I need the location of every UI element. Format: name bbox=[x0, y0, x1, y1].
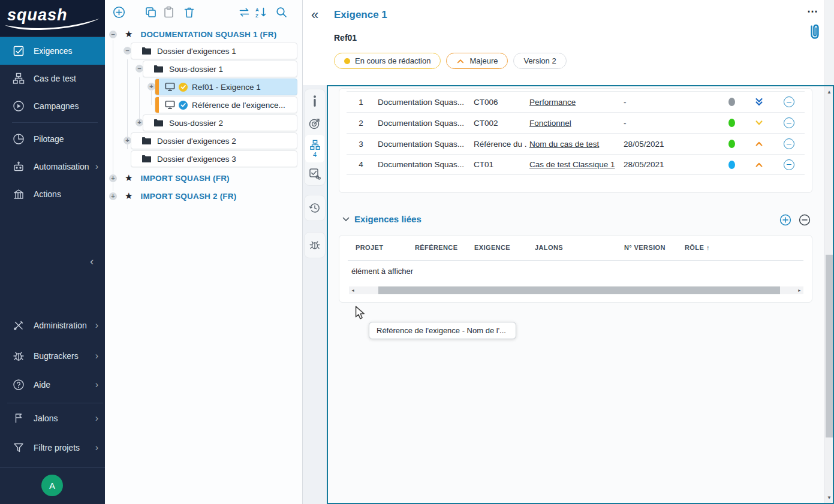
test-case-link[interactable]: Cas de test Classique 1 bbox=[527, 160, 621, 169]
sidebar-item-administration[interactable]: Administration › bbox=[0, 312, 105, 339]
table-row[interactable]: 1 Documentation Squas... CT006 Performan… bbox=[347, 91, 805, 112]
tab-linked-requirements[interactable] bbox=[304, 162, 326, 185]
tree-node-requirement-selected[interactable]: Ref01 - Exigence 1 bbox=[155, 79, 297, 95]
paste-icon[interactable] bbox=[162, 6, 175, 19]
expand-toggle[interactable]: + bbox=[109, 174, 117, 182]
criticality-badge[interactable]: Majeure bbox=[446, 53, 508, 69]
tree-node-folder[interactable]: Dossier d'exigences 3 bbox=[131, 150, 297, 167]
expand-toggle[interactable]: + bbox=[109, 192, 117, 200]
sidebar-item-campagnes[interactable]: Campagnes bbox=[0, 92, 105, 120]
sidebar-item-label: Automatisation bbox=[34, 162, 89, 171]
sidebar-item-exigences[interactable]: Exigences bbox=[0, 37, 105, 65]
tree-node-label: Sous-dossier 1 bbox=[169, 65, 223, 74]
more-menu-icon[interactable]: ⋯ bbox=[807, 5, 818, 18]
attachment-paperclip-icon[interactable] bbox=[808, 23, 822, 42]
tree-node-folder[interactable]: Sous-dossier 2 bbox=[143, 114, 297, 131]
sidebar-item-filtre-projets[interactable]: Filtre projets › bbox=[0, 434, 105, 461]
checkbox-icon bbox=[13, 45, 25, 57]
chevron-up-icon bbox=[456, 58, 465, 64]
status-badge-icon bbox=[179, 83, 188, 92]
tree-node-project[interactable]: + ★ IMPORT SQUASH 2 (FR) bbox=[109, 189, 236, 203]
vertical-scrollbar[interactable]: ▲ ▼ bbox=[824, 86, 833, 503]
tree-node-project[interactable]: + ★ IMPORT SQUASH (FR) bbox=[109, 171, 230, 185]
row-index: 1 bbox=[347, 98, 375, 107]
sidebar-separator bbox=[0, 467, 105, 468]
unlink-button[interactable] bbox=[784, 138, 794, 149]
search-icon[interactable] bbox=[275, 6, 288, 19]
column-header[interactable]: JALONS bbox=[535, 244, 563, 251]
verifying-test-cases-card: 1 Documentation Squas... CT006 Performan… bbox=[339, 88, 812, 193]
folder-icon bbox=[153, 119, 163, 127]
table-row[interactable]: 4 Documentation Squas... CT01 Cas de tes… bbox=[347, 154, 805, 175]
tab-history[interactable] bbox=[304, 197, 326, 219]
sidebar-item-jalons[interactable]: Jalons › bbox=[0, 405, 105, 432]
tab-bugtracker[interactable] bbox=[304, 234, 326, 256]
history-clock-icon bbox=[309, 202, 321, 214]
chevron-right-icon: › bbox=[95, 413, 98, 424]
column-header[interactable]: RÉFÉRENCE bbox=[415, 244, 457, 251]
tree-node-folder[interactable]: Dossier d'exigences 2 bbox=[131, 132, 297, 149]
importance-low-icon bbox=[745, 119, 773, 126]
collapse-toggle[interactable]: – bbox=[109, 31, 117, 38]
add-linked-requirement-button[interactable] bbox=[779, 214, 791, 226]
swap-arrows-icon[interactable] bbox=[238, 6, 251, 19]
sidebar-item-actions[interactable]: Actions bbox=[0, 180, 105, 208]
minus-circle-icon bbox=[799, 214, 811, 226]
bug-icon bbox=[13, 350, 25, 362]
star-icon: ★ bbox=[125, 173, 133, 183]
new-item-icon[interactable] bbox=[113, 6, 125, 19]
tab-verifying-test-cases-selected[interactable]: 4 bbox=[305, 135, 324, 162]
column-header[interactable]: EXIGENCE bbox=[474, 244, 510, 251]
tools-icon bbox=[13, 319, 25, 331]
unlink-button[interactable] bbox=[784, 96, 794, 107]
collapse-sidebar-icon[interactable]: ‹ bbox=[90, 255, 94, 268]
delete-icon[interactable] bbox=[183, 6, 195, 19]
remove-linked-requirement-button[interactable] bbox=[799, 214, 811, 226]
horizontal-scrollbar[interactable]: ◄ ► bbox=[349, 286, 803, 294]
sidebar-item-cas-de-test[interactable]: Cas de test bbox=[0, 65, 105, 92]
tab-information[interactable] bbox=[304, 89, 326, 112]
column-header-sorted[interactable]: RÔLE bbox=[685, 244, 704, 251]
sidebar-item-automatisation[interactable]: Automatisation › bbox=[0, 153, 105, 180]
requirement-header: « Exigence 1 Ref01 En cours de rédaction… bbox=[303, 0, 834, 85]
version-badge: Version 2 bbox=[513, 53, 566, 69]
table-row[interactable]: 3 Documentation Squas... Référence du ..… bbox=[347, 133, 805, 154]
tree-node-requirement[interactable]: Référence de l'exigence... bbox=[155, 96, 297, 113]
user-avatar[interactable]: A bbox=[41, 475, 63, 496]
tree-node-folder[interactable]: Sous-dossier 1 bbox=[143, 61, 297, 77]
scroll-left-icon[interactable]: ◄ bbox=[349, 286, 357, 294]
cell-reference: CT006 bbox=[471, 98, 527, 107]
section-title: Exigences liées bbox=[354, 214, 421, 224]
sort-az-icon[interactable]: AZ bbox=[255, 6, 267, 19]
test-case-link[interactable]: Nom du cas de test bbox=[527, 140, 621, 149]
test-case-link[interactable]: Fonctionnel bbox=[527, 119, 621, 128]
sidebar-item-bugtrackers[interactable]: Bugtrackers › bbox=[0, 342, 105, 370]
column-header[interactable]: N° VERSION bbox=[624, 244, 666, 251]
execution-status-dot bbox=[728, 140, 735, 148]
criticality-badge-label: Majeure bbox=[469, 56, 498, 65]
status-badge[interactable]: En cours de rédaction bbox=[334, 53, 441, 69]
unlink-button[interactable] bbox=[784, 117, 794, 128]
sidebar-item-label: Aide bbox=[34, 380, 50, 390]
unlink-button[interactable] bbox=[784, 159, 794, 170]
pie-chart-icon bbox=[13, 133, 25, 145]
column-header[interactable]: PROJET bbox=[356, 244, 383, 251]
tree-node-folder[interactable]: Dossier d'exigences 1 bbox=[131, 43, 297, 59]
scroll-right-icon[interactable]: ► bbox=[796, 286, 803, 294]
play-circle-icon bbox=[13, 100, 25, 112]
scrollbar-thumb[interactable] bbox=[826, 255, 833, 437]
scrollbar-thumb[interactable] bbox=[378, 286, 780, 294]
chevron-down-icon[interactable] bbox=[342, 217, 350, 222]
tab-coverage[interactable] bbox=[304, 112, 326, 135]
sidebar-separator bbox=[12, 122, 98, 123]
table-row[interactable]: 2 Documentation Squas... CT002 Fonctionn… bbox=[347, 112, 805, 133]
tree-node-project[interactable]: – ★ DOCUMENTATION SQUASH 1 (FR) bbox=[109, 27, 276, 41]
scroll-up-icon[interactable]: ▲ bbox=[825, 87, 833, 96]
scroll-down-icon[interactable]: ▼ bbox=[825, 493, 833, 502]
test-case-link[interactable]: Performance bbox=[527, 98, 621, 107]
copy-icon[interactable] bbox=[144, 6, 157, 19]
back-icon[interactable]: « bbox=[311, 7, 318, 23]
cell-date: - bbox=[621, 119, 700, 128]
sidebar-item-pilotage[interactable]: Pilotage bbox=[0, 125, 105, 153]
sidebar-item-aide[interactable]: Aide › bbox=[0, 371, 105, 399]
